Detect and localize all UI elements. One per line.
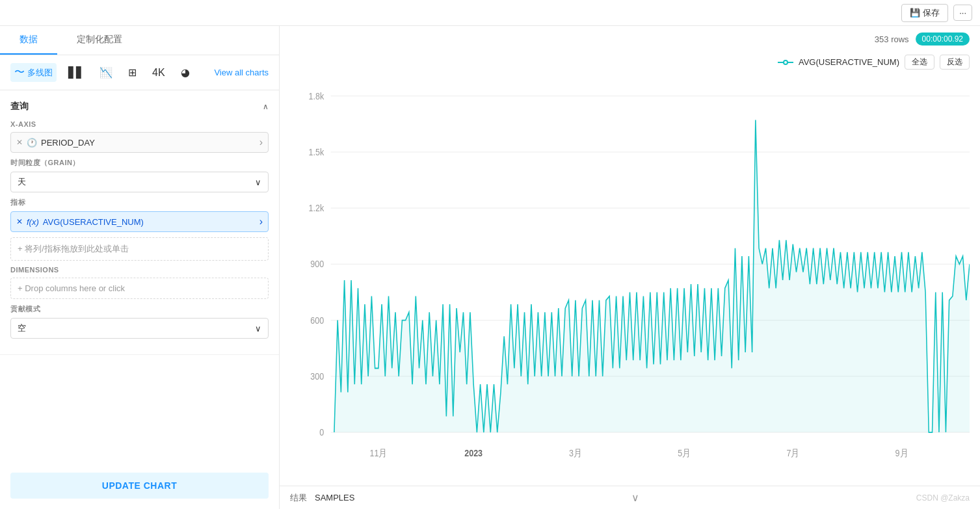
- grain-value: 天: [18, 176, 26, 188]
- metric-func-icon: f(x): [27, 217, 39, 227]
- svg-text:900: 900: [310, 259, 324, 269]
- main-content: 数据 定制化配置 〜 多线图 ▋▋ 📉 ⊞ 4K: [0, 26, 980, 509]
- svg-marker-20: [334, 120, 970, 432]
- contrib-value: 空: [18, 322, 26, 334]
- add-metric-zone[interactable]: + 将列/指标拖放到此处或单击: [10, 237, 269, 261]
- chart-type-bar2[interactable]: 📉: [96, 64, 116, 81]
- samples-value: SAMPLES: [315, 493, 354, 502]
- svg-text:7月: 7月: [786, 448, 799, 458]
- tab-custom[interactable]: 定制化配置: [57, 26, 142, 55]
- legend-line: [778, 62, 793, 63]
- more-label: ···: [959, 8, 966, 18]
- query-section: 查询 ∧ X-AXIS ✕ 🕐 PERIOD_DAY › 时间粒度（GRAIN）…: [0, 90, 279, 355]
- chart-type-multiline[interactable]: 〜 多线图: [10, 63, 57, 82]
- bar2-icon: 📉: [99, 66, 113, 79]
- contrib-chevron-icon: ∨: [255, 324, 261, 333]
- rows-badge: 353 rows: [875, 34, 909, 44]
- watermark: CSDN @Zakza: [916, 493, 970, 502]
- legend-line-icon: [778, 62, 793, 63]
- bar-icon: ▋▋: [68, 66, 84, 79]
- legend-label: AVG(USERACTIVE_NUM): [799, 57, 899, 67]
- more-button[interactable]: ···: [953, 5, 972, 21]
- dimensions-label: DIMENSIONS: [10, 266, 269, 274]
- metrics-label: 指标: [10, 198, 269, 207]
- query-title: 查询: [10, 101, 29, 112]
- chart-type-4k[interactable]: 4K: [148, 64, 169, 81]
- svg-text:11月: 11月: [369, 448, 387, 458]
- grain-select[interactable]: 天 ∨: [10, 172, 269, 192]
- metric-arrow-icon[interactable]: ›: [259, 216, 263, 228]
- svg-text:0: 0: [319, 427, 324, 437]
- result-label: 结果: [290, 492, 307, 504]
- svg-text:1.5k: 1.5k: [309, 147, 324, 157]
- chart-type-table[interactable]: ⊞: [124, 64, 140, 81]
- multiline-label: 多线图: [27, 67, 53, 79]
- svg-text:9月: 9月: [895, 448, 908, 458]
- xaxis-field: PERIOD_DAY: [41, 138, 256, 148]
- chart-svg: 1.8k 1.5k 1.2k 900 600 300 0 11月 2023 3月…: [290, 80, 970, 480]
- xaxis-arrow-icon[interactable]: ›: [259, 137, 263, 148]
- grain-label: 时间粒度（GRAIN）: [10, 158, 269, 168]
- save-button[interactable]: 💾 保存: [901, 4, 948, 22]
- query-section-header: 查询 ∧: [10, 101, 269, 112]
- svg-text:600: 600: [310, 315, 324, 326]
- chart-header: 353 rows 00:00:00.92: [280, 26, 980, 52]
- xaxis-label: X-AXIS: [10, 120, 269, 128]
- top-bar: 💾 保存 ···: [0, 0, 980, 26]
- select-all-button[interactable]: 全选: [905, 55, 934, 70]
- chart-type-pie[interactable]: ◕: [177, 64, 194, 81]
- update-chart-button[interactable]: UPDATE CHART: [10, 473, 269, 499]
- chart-type-bar[interactable]: ▋▋: [64, 64, 88, 81]
- right-panel: 353 rows 00:00:00.92 AVG(USERACTIVE_NUM)…: [280, 26, 980, 509]
- xaxis-pill[interactable]: ✕ 🕐 PERIOD_DAY ›: [10, 132, 269, 153]
- chart-type-bar: 〜 多线图 ▋▋ 📉 ⊞ 4K ◕ View all charts: [0, 55, 279, 90]
- legend-dot-icon: [783, 60, 788, 65]
- contrib-label: 贡献模式: [10, 304, 269, 314]
- save-icon: 💾: [910, 8, 920, 18]
- svg-text:1.2k: 1.2k: [309, 203, 324, 213]
- svg-text:1.8k: 1.8k: [309, 91, 324, 101]
- xaxis-clock-icon: 🕐: [27, 138, 37, 148]
- chart-area: 1.8k 1.5k 1.2k 900 600 300 0 11月 2023 3月…: [280, 75, 980, 486]
- save-label: 保存: [923, 7, 940, 19]
- dimensions-placeholder: + Drop columns here or click: [18, 283, 125, 293]
- tabs: 数据 定制化配置: [0, 26, 279, 55]
- deselect-button[interactable]: 反选: [940, 55, 970, 70]
- expand-icon[interactable]: ∨: [631, 491, 639, 504]
- multiline-icon: 〜: [14, 66, 25, 79]
- svg-text:300: 300: [310, 371, 324, 382]
- add-metric-placeholder: + 将列/指标拖放到此处或单击: [18, 243, 129, 255]
- xaxis-close-icon[interactable]: ✕: [16, 138, 23, 147]
- chart-legend: AVG(USERACTIVE_NUM) 全选 反选: [280, 52, 980, 75]
- grain-chevron-icon: ∨: [255, 177, 261, 187]
- pie-icon: ◕: [181, 66, 190, 79]
- view-all-charts-link[interactable]: View all charts: [214, 68, 269, 77]
- dimensions-drop-zone[interactable]: + Drop columns here or click: [10, 278, 269, 299]
- svg-text:2023: 2023: [464, 448, 483, 458]
- metric-close-icon[interactable]: ✕: [16, 217, 23, 226]
- metric-pill[interactable]: ✕ f(x) AVG(USERACTIVE_NUM) ›: [10, 211, 269, 232]
- tab-data[interactable]: 数据: [0, 26, 57, 55]
- left-panel: 数据 定制化配置 〜 多线图 ▋▋ 📉 ⊞ 4K: [0, 26, 280, 509]
- bottom-bar: 结果 SAMPLES ∨ CSDN @Zakza: [280, 486, 980, 509]
- result-info: 结果 SAMPLES: [290, 492, 354, 504]
- panel-content: 查询 ∧ X-AXIS ✕ 🕐 PERIOD_DAY › 时间粒度（GRAIN）…: [0, 90, 279, 462]
- table-icon: ⊞: [128, 66, 137, 79]
- time-badge: 00:00:00.92: [916, 33, 970, 46]
- contrib-select[interactable]: 空 ∨: [10, 318, 269, 339]
- svg-text:3月: 3月: [569, 448, 582, 458]
- 4k-icon: 4K: [152, 67, 165, 79]
- query-toggle[interactable]: ∧: [263, 102, 269, 111]
- svg-text:5月: 5月: [678, 448, 691, 458]
- metric-value: AVG(USERACTIVE_NUM): [43, 217, 256, 227]
